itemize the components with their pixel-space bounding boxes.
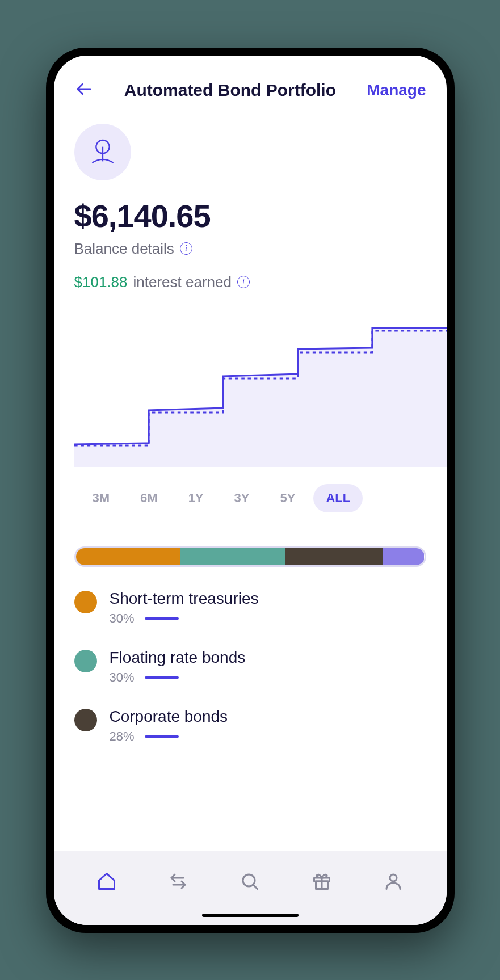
allocation-text: Short-term treasuries30% <box>110 590 259 626</box>
info-icon[interactable]: i <box>237 276 250 288</box>
allocation-dot <box>74 650 97 672</box>
interest-line: $101.88 interest earned i <box>74 274 426 291</box>
transfer-icon <box>168 871 188 891</box>
allocation-row[interactable]: Floating rate bonds30% <box>74 649 426 685</box>
svg-line-6 <box>253 885 258 889</box>
tab-transfer[interactable] <box>168 871 188 894</box>
alloc-segment <box>180 548 285 565</box>
allocation-sparkline <box>145 676 179 679</box>
info-icon[interactable]: i <box>180 242 192 255</box>
allocation-row[interactable]: Short-term treasuries30% <box>74 590 426 626</box>
balance-amount: $6,140.65 <box>74 197 426 234</box>
allocation-name: Floating rate bonds <box>110 649 246 667</box>
manage-link[interactable]: Manage <box>367 81 426 99</box>
alloc-segment <box>285 548 383 565</box>
phone-screen: Automated Bond Portfolio Manage $6,140.6… <box>54 56 447 925</box>
portfolio-logo <box>74 124 131 180</box>
svg-point-10 <box>390 874 397 881</box>
allocation-percent: 28% <box>110 729 135 744</box>
back-button[interactable] <box>74 79 94 101</box>
allocation-name: Short-term treasuries <box>110 590 259 608</box>
tab-bar <box>54 851 447 925</box>
tree-icon <box>87 136 119 168</box>
range-1y[interactable]: 1Y <box>176 484 216 512</box>
time-range-selector: 3M6M1Y3Y5YALL <box>74 484 426 512</box>
home-indicator[interactable] <box>202 914 299 917</box>
allocation-sparkline <box>145 617 179 620</box>
alloc-segment-other <box>383 548 425 565</box>
page-title: Automated Bond Portfolio <box>124 81 336 100</box>
allocation-bar[interactable] <box>74 546 426 567</box>
content: $6,140.65 Balance details i $101.88 inte… <box>54 112 447 851</box>
interest-label: interest earned <box>133 274 231 291</box>
allocation-text: Corporate bonds28% <box>110 708 228 744</box>
balance-chart[interactable] <box>74 308 447 467</box>
search-icon <box>240 871 260 891</box>
allocation-name: Corporate bonds <box>110 708 228 726</box>
allocation-dot <box>74 709 97 731</box>
allocation-text: Floating rate bonds30% <box>110 649 246 685</box>
balance-details-link[interactable]: Balance details i <box>74 240 426 258</box>
tab-search[interactable] <box>240 871 260 894</box>
range-all[interactable]: ALL <box>313 484 363 512</box>
range-3y[interactable]: 3Y <box>222 484 262 512</box>
allocation-percent-row: 30% <box>110 611 259 626</box>
allocation-percent: 30% <box>110 670 135 685</box>
alloc-segment <box>76 548 180 565</box>
phone-frame: Automated Bond Portfolio Manage $6,140.6… <box>46 48 455 933</box>
tab-home[interactable] <box>96 871 117 894</box>
interest-amount: $101.88 <box>74 274 128 291</box>
tab-profile[interactable] <box>383 871 404 894</box>
range-5y[interactable]: 5Y <box>267 484 308 512</box>
home-icon <box>96 871 117 891</box>
allocation-list: Short-term treasuries30%Floating rate bo… <box>74 590 426 744</box>
balance-details-label: Balance details <box>74 240 174 258</box>
allocation-sparkline <box>145 735 179 738</box>
allocation-percent-row: 30% <box>110 670 246 685</box>
allocation-row[interactable]: Corporate bonds28% <box>74 708 426 744</box>
tab-gift[interactable] <box>312 871 332 894</box>
range-3m[interactable]: 3M <box>80 484 123 512</box>
header: Automated Bond Portfolio Manage <box>54 56 447 112</box>
range-6m[interactable]: 6M <box>128 484 170 512</box>
profile-icon <box>383 871 404 891</box>
gift-icon <box>312 871 332 891</box>
allocation-percent: 30% <box>110 611 135 626</box>
allocation-percent-row: 28% <box>110 729 228 744</box>
allocation-dot <box>74 591 97 613</box>
